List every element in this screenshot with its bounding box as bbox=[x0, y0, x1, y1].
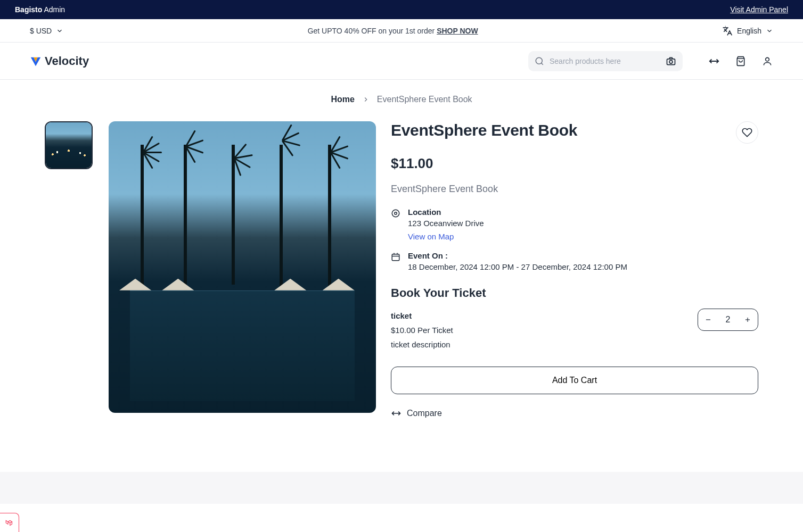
promo-prefix: Get UPTO 40% OFF on your 1st order bbox=[308, 27, 437, 35]
chevron-down-icon bbox=[56, 27, 63, 35]
svg-line-1 bbox=[541, 63, 543, 64]
product-price: $11.00 bbox=[391, 155, 758, 172]
quantity-increase-button[interactable] bbox=[738, 309, 758, 330]
compare-label: Compare bbox=[407, 409, 442, 418]
compare-arrows-icon bbox=[391, 408, 401, 419]
quantity-stepper: 2 bbox=[698, 309, 758, 331]
wishlist-button[interactable] bbox=[736, 121, 758, 144]
calendar-icon bbox=[391, 252, 400, 262]
search-input[interactable] bbox=[550, 57, 660, 65]
quantity-decrease-button[interactable] bbox=[698, 309, 718, 330]
heart-icon bbox=[742, 127, 752, 138]
language-label: English bbox=[737, 27, 761, 35]
header-actions bbox=[708, 55, 773, 67]
logo-mark-icon bbox=[30, 55, 42, 67]
ticket-description: ticket description bbox=[391, 337, 453, 352]
admin-brand-rest: Admin bbox=[42, 5, 65, 14]
quantity-value: 2 bbox=[718, 315, 738, 325]
svg-point-4 bbox=[766, 57, 769, 61]
logo-text: Velocity bbox=[45, 54, 89, 68]
event-date-value: 18 December, 2024 12:00 PM - 27 December… bbox=[408, 262, 627, 271]
compare-icon[interactable] bbox=[708, 55, 720, 67]
svg-point-5 bbox=[392, 210, 399, 217]
thumbnail-list bbox=[45, 121, 94, 419]
svg-rect-7 bbox=[392, 254, 399, 261]
admin-brand: Bagisto Admin bbox=[15, 5, 65, 14]
svg-point-3 bbox=[669, 60, 673, 63]
minus-icon bbox=[704, 316, 712, 323]
promo-text: Get UPTO 40% OFF on your 1st order SHOP … bbox=[63, 27, 722, 35]
product-subtitle: EventSphere Event Book bbox=[391, 184, 758, 195]
logo[interactable]: Velocity bbox=[30, 54, 89, 68]
search-icon bbox=[535, 56, 544, 66]
footer-spacer bbox=[0, 472, 803, 504]
location-label: Location bbox=[408, 207, 484, 217]
cart-icon[interactable] bbox=[735, 55, 747, 67]
product-info: EventSphere Event Book $11.00 EventSpher… bbox=[391, 121, 758, 419]
breadcrumb: Home EventSphere Event Book bbox=[0, 95, 803, 104]
ticket-price: $10.00 Per Ticket bbox=[391, 323, 453, 337]
location-value: 123 Oceanview Drive bbox=[408, 219, 484, 228]
product-section: EventSphere Event Book $11.00 EventSpher… bbox=[0, 121, 803, 451]
user-icon[interactable] bbox=[761, 55, 773, 67]
currency-label: $ USD bbox=[30, 27, 52, 35]
search-bar[interactable] bbox=[528, 51, 683, 71]
svg-rect-2 bbox=[667, 59, 675, 64]
currency-switcher[interactable]: $ USD bbox=[30, 27, 63, 35]
shop-now-link[interactable]: SHOP NOW bbox=[437, 27, 478, 35]
visit-admin-link[interactable]: Visit Admin Panel bbox=[730, 5, 788, 14]
breadcrumb-home[interactable]: Home bbox=[331, 95, 354, 104]
add-to-cart-button[interactable]: Add To Cart bbox=[391, 367, 758, 394]
plus-icon bbox=[744, 316, 751, 323]
compare-button[interactable]: Compare bbox=[391, 408, 758, 419]
breadcrumb-current: EventSphere Event Book bbox=[377, 95, 472, 104]
event-date-label: Event On : bbox=[408, 251, 627, 260]
site-header: Velocity bbox=[0, 43, 803, 80]
product-title: EventSphere Event Book bbox=[391, 121, 577, 139]
promo-bar: $ USD Get UPTO 40% OFF on your 1st order… bbox=[0, 19, 803, 43]
location-icon bbox=[391, 209, 400, 218]
view-on-map-link[interactable]: View on Map bbox=[408, 232, 454, 241]
language-switcher[interactable]: English bbox=[722, 26, 773, 36]
chevron-right-icon bbox=[362, 96, 370, 103]
ticket-name: ticket bbox=[391, 309, 453, 323]
admin-brand-bold: Bagisto bbox=[15, 5, 42, 14]
svg-point-0 bbox=[536, 57, 542, 64]
product-main-image[interactable] bbox=[109, 121, 376, 413]
chevron-down-icon bbox=[766, 27, 773, 35]
thumbnail[interactable] bbox=[45, 121, 93, 169]
svg-point-6 bbox=[395, 212, 397, 215]
admin-bar: Bagisto Admin Visit Admin Panel bbox=[0, 0, 803, 19]
camera-icon[interactable] bbox=[666, 56, 676, 66]
translate-icon bbox=[722, 26, 733, 36]
book-ticket-heading: Book Your Ticket bbox=[391, 286, 758, 300]
